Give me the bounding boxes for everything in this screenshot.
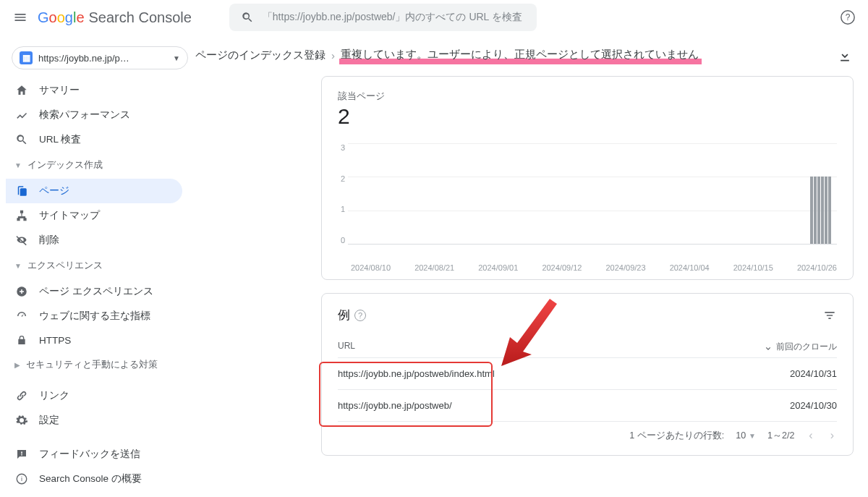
visibility-off-icon <box>14 234 29 247</box>
chevron-right-icon: › <box>331 49 335 61</box>
pages-icon <box>14 184 29 197</box>
sidebar-item-feedback[interactable]: フィードバックを送信 <box>6 442 182 467</box>
main-content: ページのインデックス登録 › 重複しています。ユーザーにより、正規ページとして選… <box>191 35 868 497</box>
sidebar-item-page-exp[interactable]: ページ エクスペリエンス <box>6 279 182 304</box>
search-placeholder: 「https://joybb.ne.jp/postweb/」内のすべての URL… <box>263 11 522 24</box>
search-icon <box>14 133 29 146</box>
nav-label: URL 検査 <box>39 133 81 146</box>
chevron-down-icon: ▼ <box>749 432 756 440</box>
nav-label: 削除 <box>39 234 59 247</box>
nav-label: ページ エクスペリエンス <box>39 285 153 298</box>
sidebar-item-summary[interactable]: サマリー <box>6 78 182 103</box>
sidebar-group-experience[interactable]: ▼エクスペリエンス <box>6 252 191 279</box>
chart-bars <box>810 177 831 244</box>
help-icon[interactable]: ? <box>354 310 366 321</box>
search-icon <box>241 11 254 24</box>
rows-per-page-label: 1 ページあたりの行数: <box>629 430 724 442</box>
property-selector[interactable]: ▦ https://joybb.ne.jp/p… ▼ <box>12 46 188 69</box>
sidebar-item-sitemaps[interactable]: サイトマップ <box>6 203 182 228</box>
logo-text: Search Console <box>89 9 192 26</box>
feedback-icon <box>14 448 29 461</box>
affected-pages-card: 該当ページ 2 3 2 1 0 <box>321 76 854 280</box>
sidebar-item-performance[interactable]: 検索パフォーマンス <box>6 103 182 127</box>
home-icon <box>14 84 29 97</box>
chevron-down-icon: ▼ <box>173 54 180 62</box>
sidebar-item-url-inspect[interactable]: URL 検査 <box>6 127 182 152</box>
download-icon[interactable] <box>838 48 852 63</box>
examples-card: 例 ? URL 前回のクロール <box>321 293 854 456</box>
sidebar-item-cwv[interactable]: ウェブに関する主な指標 <box>6 304 182 328</box>
sidebar-group-security[interactable]: ▶セキュリティと手動による対策 <box>6 352 191 378</box>
breadcrumb-parent[interactable]: ページのインデックス登録 <box>195 48 326 62</box>
property-icon: ▦ <box>20 51 33 64</box>
x-axis: 2024/08/10 2024/08/21 2024/09/01 2024/09… <box>338 259 837 272</box>
app-header: Google Search Console 「https://joybb.ne.… <box>0 0 868 35</box>
arrow-down-icon <box>763 342 773 352</box>
property-label: https://joybb.ne.jp/p… <box>38 53 167 64</box>
help-icon[interactable]: ? <box>839 9 856 26</box>
svg-text:i: i <box>21 475 22 483</box>
row-date: 2024/10/30 <box>707 400 837 411</box>
sidebar-item-about[interactable]: i Search Console の概要 <box>6 467 182 491</box>
info-icon: i <box>14 472 29 485</box>
page-range: 1～2/2 <box>767 430 794 442</box>
nav-label: HTTPS <box>39 335 71 346</box>
nav-label: 設定 <box>39 414 59 427</box>
sidebar-item-removals[interactable]: 削除 <box>6 228 182 252</box>
sidebar-group-indexing[interactable]: ▼インデックス作成 <box>6 152 191 179</box>
filter-icon[interactable] <box>822 308 837 323</box>
col-url[interactable]: URL <box>338 341 707 353</box>
chart-title: 該当ページ <box>338 90 837 103</box>
trending-icon <box>14 109 29 122</box>
breadcrumb-current: 重複しています。ユーザーにより、正規ページとして選択されていません <box>341 48 699 60</box>
nav-label: 検索パフォーマンス <box>39 109 130 122</box>
breadcrumb: ページのインデックス登録 › 重複しています。ユーザーにより、正規ページとして選… <box>194 43 854 72</box>
sidebar-item-links[interactable]: リンク <box>6 383 182 408</box>
chart-value: 2 <box>338 104 837 129</box>
examples-title: 例 <box>338 307 350 323</box>
sidebar-item-settings[interactable]: 設定 <box>6 408 182 433</box>
y-axis: 3 2 1 0 <box>338 143 348 245</box>
highlight-box-annotation <box>319 362 493 427</box>
nav-label: ページ <box>39 184 69 197</box>
prev-page-button[interactable]: ‹ <box>806 429 815 442</box>
nav-label: サイトマップ <box>39 209 100 222</box>
rows-per-page-select[interactable]: 10 ▼ <box>736 430 756 441</box>
menu-icon[interactable] <box>12 9 29 26</box>
sitemap-icon <box>14 209 29 222</box>
next-page-button[interactable]: › <box>827 429 837 442</box>
speed-icon <box>14 310 29 323</box>
col-last-crawl[interactable]: 前回のクロール <box>707 341 837 353</box>
nav-label: Search Console の概要 <box>39 472 142 485</box>
url-inspect-search[interactable]: 「https://joybb.ne.jp/postweb/」内のすべての URL… <box>229 4 537 31</box>
row-date: 2024/10/31 <box>707 368 837 379</box>
sidebar-item-pages[interactable]: ページ <box>6 179 182 203</box>
link-icon <box>14 389 29 402</box>
lock-icon <box>14 334 29 346</box>
nav-label: リンク <box>39 389 69 402</box>
chart-plot[interactable] <box>348 143 837 245</box>
nav-label: ウェブに関する主な指標 <box>39 310 150 323</box>
nav-label: サマリー <box>39 84 80 97</box>
sidebar: ▦ https://joybb.ne.jp/p… ▼ サマリー 検索パフォーマン… <box>0 35 191 497</box>
gear-icon <box>14 414 29 427</box>
nav-label: フィードバックを送信 <box>39 448 140 461</box>
table-header-row: URL 前回のクロール <box>338 323 837 358</box>
svg-text:?: ? <box>846 12 851 22</box>
logo[interactable]: Google Search Console <box>38 9 192 26</box>
sidebar-item-https[interactable]: HTTPS <box>6 328 182 352</box>
add-circle-icon <box>14 285 29 298</box>
